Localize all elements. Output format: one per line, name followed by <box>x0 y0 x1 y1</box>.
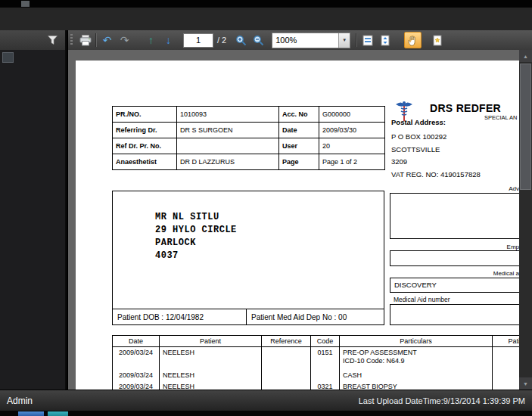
patient-meta-row: Patient DOB : 12/04/1982 Patient Med Aid… <box>113 309 384 324</box>
patient-address-line: PARLOCK <box>155 237 237 250</box>
employer-label: Emp <box>390 244 519 250</box>
zoom-out-button[interactable] <box>250 32 267 48</box>
arrow-up-icon: ↑ <box>148 35 154 45</box>
sidebar-panel[interactable] <box>0 50 67 390</box>
tx-patient-amount <box>493 347 520 371</box>
tx-header-code: Code <box>311 336 340 347</box>
postal-line: SCOTTSVILLE <box>391 145 440 154</box>
info-value <box>177 138 279 154</box>
info-value: DR D LAZZURUS <box>177 154 279 170</box>
status-bar: Admin Last Upload DateTime:9/13/2014 1:3… <box>0 390 532 411</box>
tx-particulars-line2: ICD-10 Code: N64.9 <box>343 357 492 365</box>
report-toolbar: ↶ ↷ ↑ ↓ / 2 <box>68 30 532 50</box>
advice-box <box>390 193 519 239</box>
tx-patient: NEELESH <box>160 381 262 390</box>
info-row: Referring Dr. DR S SURGOEN Date 2009/03/… <box>113 123 385 138</box>
tx-patient: NEELESH <box>160 370 262 381</box>
info-value: 2009/03/30 <box>319 123 385 138</box>
employer-box <box>390 250 519 266</box>
toolbar-separator <box>95 33 97 47</box>
medical-aid-label: Medical a <box>390 270 519 277</box>
vertical-scrollbar[interactable]: ▲ ▼ <box>519 50 532 390</box>
sidebar-header <box>0 30 67 50</box>
sidebar-icon <box>2 52 14 63</box>
continuous-scroll-button[interactable] <box>376 32 394 48</box>
fit-width-icon <box>362 35 373 46</box>
patient-med-aid-dep: Patient Med Aid Dep No : 00 <box>247 309 384 324</box>
scroll-up-button[interactable]: ▲ <box>519 50 532 62</box>
arrow-down-icon: ↓ <box>166 35 171 45</box>
transaction-row: 2009/03/24 NEELESH CASH <box>113 370 520 381</box>
transaction-row: 2009/03/24 NEELESH 0321 BREAST BIOPSY IC… <box>113 381 520 390</box>
patient-address-box: MR NL SITLU 29 HYLO CIRCLE PARLOCK 4037 … <box>112 191 384 325</box>
postal-line: 3209 <box>391 157 407 166</box>
patient-address-line: MR NL SITLU <box>155 211 237 224</box>
info-value: G000000 <box>319 107 385 123</box>
tx-code: 0321 <box>311 381 340 390</box>
scroll-down-button[interactable]: ▼ <box>519 377 532 390</box>
tx-particulars-line1: PRE-OP ASSESSMENT <box>343 349 492 357</box>
status-user: Admin <box>7 396 33 406</box>
info-value: Page 1 of 2 <box>319 154 385 170</box>
medical-aid-number-box <box>390 304 519 325</box>
filter-button[interactable] <box>44 32 61 48</box>
medical-aid-scheme: DISCOVERY <box>390 278 519 293</box>
tx-particulars: PRE-OP ASSESSMENT ICD-10 Code: N64.9 <box>340 347 493 371</box>
tx-patient: NEELESH <box>160 347 262 371</box>
info-value: 1010093 <box>177 107 279 123</box>
zoom-combobox[interactable]: 100% ▼ <box>272 33 350 48</box>
zoom-out-icon <box>253 35 264 46</box>
medical-aid-column: Adv Emp Medical a DISCOVERY Medical Aid … <box>390 182 519 327</box>
tx-particulars: BREAST BIOPSY ICD-10 Code: N64.9 <box>340 381 493 390</box>
practice-subtitle: SPECIAL AN <box>484 114 518 121</box>
tx-particulars: CASH <box>340 370 493 381</box>
tx-reference <box>262 370 311 381</box>
info-value: DR S SURGOEN <box>177 123 279 138</box>
window-icon <box>21 1 30 7</box>
postal-address-label: Postal Address: <box>391 118 446 126</box>
page-count-label: / 2 <box>217 36 226 45</box>
taskbar-icon[interactable] <box>48 411 68 416</box>
tx-date: 2009/03/24 <box>113 347 160 371</box>
status-last-upload: Last Upload DateTime:9/13/2014 1:39:39 P… <box>359 396 525 405</box>
practice-name: DRS REDFER <box>430 102 501 114</box>
print-button[interactable] <box>76 32 94 48</box>
print-icon <box>79 35 92 46</box>
info-row: Ref Dr. Pr. No. User 20 <box>113 138 385 154</box>
previous-page-button[interactable]: ↑ <box>142 32 160 48</box>
scrollbar-thumb[interactable] <box>520 64 531 190</box>
tx-date: 2009/03/24 <box>113 370 160 381</box>
toolbar-grip[interactable] <box>70 34 73 46</box>
tx-header-particulars: Particulars <box>340 336 493 347</box>
document-viewport[interactable]: PR./NO. 1010093 Acc. No G000000 Referrin… <box>68 50 519 390</box>
tx-header-date: Date <box>113 336 160 347</box>
zoom-in-icon <box>235 35 247 46</box>
info-label: Anaesthetist <box>113 154 177 170</box>
hand-icon <box>408 35 418 46</box>
pan-tool-button[interactable] <box>404 32 422 48</box>
tx-reference <box>262 381 311 390</box>
undo-button[interactable]: ↶ <box>98 32 116 48</box>
patient-address-line: 4037 <box>155 250 237 262</box>
info-row: PR./NO. 1010093 Acc. No G000000 <box>113 107 385 123</box>
tx-date: 2009/03/24 <box>113 381 160 390</box>
patient-dob: Patient DOB : 12/04/1982 <box>113 309 247 324</box>
fit-width-button[interactable] <box>359 32 376 48</box>
taskbar-icon[interactable] <box>18 411 44 416</box>
redo-button[interactable]: ↷ <box>116 32 133 48</box>
transactions-table: Date Patient Reference Code Particulars … <box>112 335 519 390</box>
export-button[interactable] <box>429 32 446 48</box>
report-page: PR./NO. 1010093 Acc. No G000000 Referrin… <box>76 61 519 390</box>
dropdown-arrow-icon[interactable]: ▼ <box>338 33 350 48</box>
tx-header-patient-amount: Patient <box>493 336 520 347</box>
tx-header-patient: Patient <box>160 336 262 347</box>
zoom-value: 100% <box>272 36 338 45</box>
page-number-input[interactable] <box>183 33 213 48</box>
next-page-button[interactable]: ↓ <box>160 32 177 48</box>
info-label: Page <box>279 154 319 170</box>
zoom-in-button[interactable] <box>232 32 250 48</box>
patient-address-line: 29 HYLO CIRCLE <box>155 224 237 237</box>
tx-code: 0151 <box>311 347 340 371</box>
advice-label: Adv <box>390 185 519 192</box>
transactions-header-row: Date Patient Reference Code Particulars … <box>113 336 520 347</box>
